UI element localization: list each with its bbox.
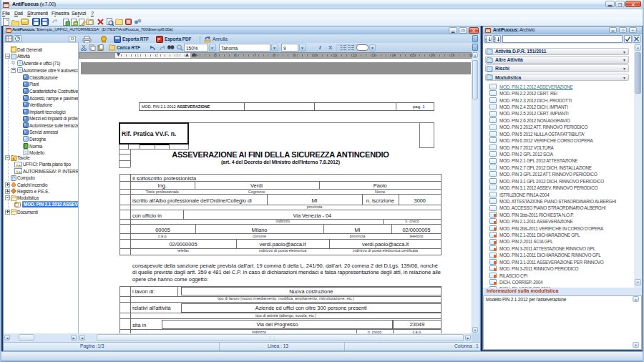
svg-text:P: P bbox=[157, 36, 160, 41]
svg-text:9: 9 bbox=[485, 39, 487, 42]
svg-text:2: 2 bbox=[494, 39, 496, 42]
